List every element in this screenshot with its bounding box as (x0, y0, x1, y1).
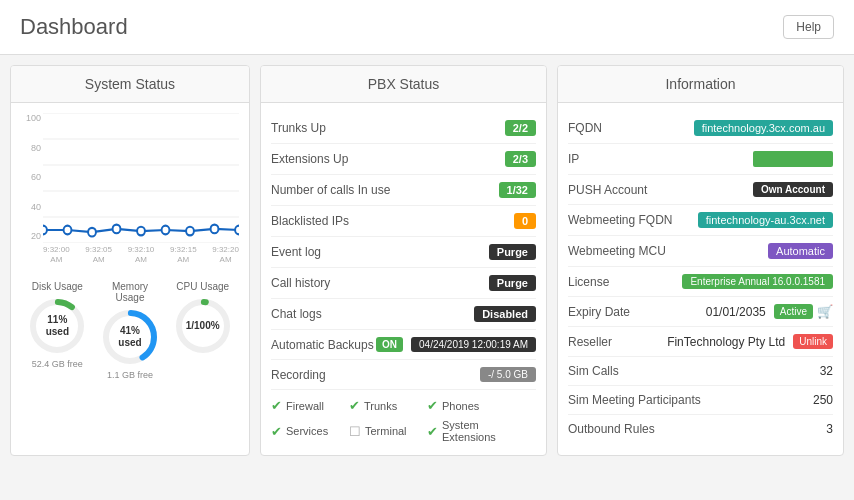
x-label-1: 9:32:05AM (85, 245, 112, 273)
check-firewall: ✔ Firewall (271, 398, 343, 413)
info-row-sim-meeting: Sim Meeting Participants 250 (568, 386, 833, 415)
system-ext-icon: ✔ (427, 424, 438, 439)
sim-calls-label: Sim Calls (568, 364, 619, 378)
sim-meeting-label: Sim Meeting Participants (568, 393, 701, 407)
memory-label: MemoryUsage (94, 281, 167, 303)
cpu-label: CPU Usage (166, 281, 239, 292)
svg-point-9 (113, 225, 121, 234)
check-system-extensions: ✔ SystemExtensions (427, 419, 499, 443)
webmeeting-mcu-label: Webmeeting MCU (568, 244, 666, 258)
recording-size: -/ 5.0 GB (480, 367, 536, 382)
y-label-3: 80 (21, 143, 41, 153)
information-panel: Information FQDN fintechnology.3cx.com.a… (557, 65, 844, 456)
chart-svg-area (43, 113, 239, 243)
pbx-row-event-log: Event log Purge (271, 237, 536, 268)
y-label-2: 60 (21, 172, 41, 182)
active-badge: Active (774, 304, 813, 319)
backup-on-badge: ON (376, 337, 403, 352)
pbx-row-call-history: Call history Purge (271, 268, 536, 299)
outbound-rules-label: Outbound Rules (568, 422, 655, 436)
unlink-button[interactable]: Unlink (793, 334, 833, 349)
trunks-up-label: Trunks Up (271, 121, 326, 135)
calls-in-use-label: Number of calls In use (271, 183, 390, 197)
pbx-row-backups: Automatic Backups ON 04/24/2019 12:00:19… (271, 330, 536, 360)
cart-icon: 🛒 (817, 304, 833, 319)
pbx-status-panel: PBX Status Trunks Up 2/2 Extensions Up 2… (260, 65, 547, 456)
check-phones: ✔ Phones (427, 398, 499, 413)
chat-logs-badge: Disabled (474, 306, 536, 322)
sim-meeting-value: 250 (813, 393, 833, 407)
fqdn-label: FQDN (568, 121, 602, 135)
y-label-0: 20 (21, 231, 41, 241)
info-row-reseller: Reseller FinTechnology Pty Ltd Unlink (568, 327, 833, 357)
ip-label: IP (568, 152, 579, 166)
call-history-purge[interactable]: Purge (489, 275, 536, 291)
svg-point-10 (137, 227, 145, 236)
info-row-push-account: PUSH Account Own Account (568, 175, 833, 205)
x-label-3: 9:32:15AM (170, 245, 197, 273)
pbx-row-blacklisted-ips: Blacklisted IPs 0 (271, 206, 536, 237)
extensions-up-badge: 2/3 (505, 151, 536, 167)
license-value: Enterprise Annual 16.0.0.1581 (682, 274, 833, 289)
svg-point-12 (186, 227, 194, 236)
y-label-1: 40 (21, 202, 41, 212)
calls-in-use-badge: 1/32 (499, 182, 536, 198)
backups-label: Automatic Backups (271, 338, 374, 352)
info-row-ip: IP (568, 144, 833, 175)
fqdn-value: fintechnology.3cx.com.au (694, 120, 833, 136)
system-ext-label: SystemExtensions (442, 419, 496, 443)
services-icon: ✔ (271, 424, 282, 439)
chart-x-labels: 9:32:00AM 9:32:05AM 9:32:10AM 9:32:15AM … (43, 245, 239, 273)
x-label-4: 9:32:20AM (212, 245, 239, 273)
pbx-status-title: PBX Status (261, 66, 546, 103)
memory-sub: 1.1 GB free (94, 370, 167, 380)
info-row-sim-calls: Sim Calls 32 (568, 357, 833, 386)
terminal-label: Terminal (365, 425, 407, 437)
pbx-row-calls-in-use: Number of calls In use 1/32 (271, 175, 536, 206)
services-label: Services (286, 425, 328, 437)
phones-label: Phones (442, 400, 479, 412)
memory-circle: 41%used (100, 307, 160, 367)
gauges-row: Disk Usage 11%used 52.4 GB free MemoryUs… (21, 281, 239, 380)
firewall-label: Firewall (286, 400, 324, 412)
checks-row: ✔ Firewall ✔ Trunks ✔ Phones ✔ Services … (271, 390, 536, 445)
check-terminal: ☐ Terminal (349, 419, 421, 443)
help-button[interactable]: Help (783, 15, 834, 39)
check-trunks: ✔ Trunks (349, 398, 421, 413)
svg-point-7 (64, 226, 72, 235)
svg-point-8 (88, 228, 96, 237)
svg-point-11 (162, 226, 170, 235)
disk-circle: 11%used (27, 296, 87, 356)
cpu-circle: 1/100% (173, 296, 233, 356)
svg-point-13 (211, 225, 219, 234)
call-history-label: Call history (271, 276, 330, 290)
reseller-name: FinTechnology Pty Ltd (667, 335, 785, 349)
memory-value: 41%used (118, 325, 141, 349)
trunks-up-badge: 2/2 (505, 120, 536, 136)
license-label: License (568, 275, 609, 289)
system-status-panel: System Status 20 40 60 80 100 (10, 65, 250, 456)
svg-point-14 (235, 226, 239, 235)
info-row-outbound-rules: Outbound Rules 3 (568, 415, 833, 443)
recording-label: Recording (271, 368, 326, 382)
terminal-icon: ☐ (349, 424, 361, 439)
expiry-label: Expiry Date (568, 305, 630, 319)
memory-usage-gauge: MemoryUsage 41%used 1.1 GB free (94, 281, 167, 380)
disk-label: Disk Usage (21, 281, 94, 292)
info-row-fqdn: FQDN fintechnology.3cx.com.au (568, 113, 833, 144)
outbound-rules-value: 3 (826, 422, 833, 436)
info-row-webmeeting-fqdn: Webmeeting FQDN fintechnology-au.3cx.net (568, 205, 833, 236)
cpu-value: 1/100% (186, 320, 220, 332)
svg-point-6 (43, 226, 47, 235)
webmeeting-fqdn-label: Webmeeting FQDN (568, 213, 672, 227)
disk-usage-gauge: Disk Usage 11%used 52.4 GB free (21, 281, 94, 380)
cpu-usage-gauge: CPU Usage 1/100% (166, 281, 239, 380)
phones-icon: ✔ (427, 398, 438, 413)
push-account-value: Own Account (753, 182, 833, 197)
information-title: Information (558, 66, 843, 103)
event-log-purge[interactable]: Purge (489, 244, 536, 260)
expiry-right: 01/01/2035 Active 🛒 (706, 304, 833, 319)
info-row-expiry: Expiry Date 01/01/2035 Active 🛒 (568, 297, 833, 327)
event-log-label: Event log (271, 245, 321, 259)
backup-datetime: 04/24/2019 12:00:19 AM (411, 337, 536, 352)
